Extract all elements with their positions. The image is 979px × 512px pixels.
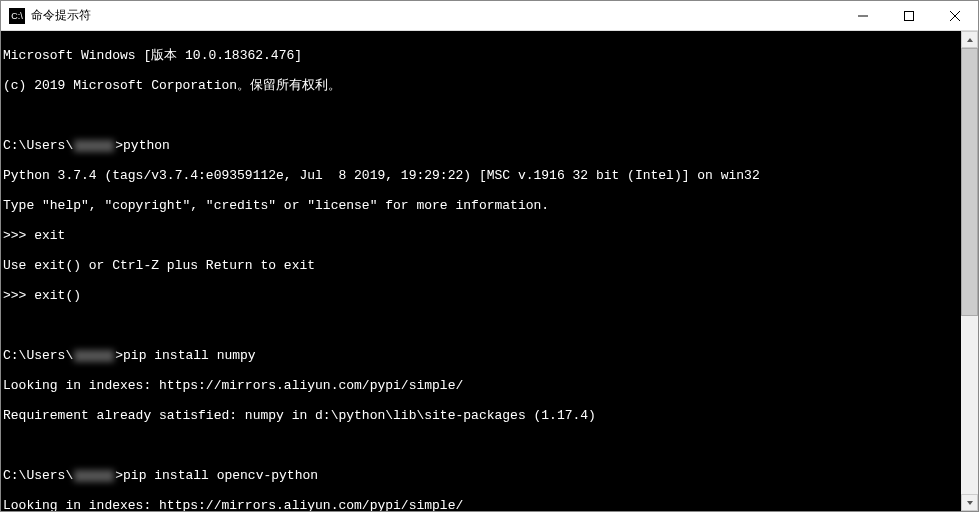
scrollbar[interactable] [961,31,978,511]
scrollbar-up-button[interactable] [961,31,978,48]
prompt-gt: > [115,138,123,153]
minimize-button[interactable] [840,1,886,30]
command-text: pip install opencv-python [123,468,318,483]
blurred-username [74,470,114,482]
close-button[interactable] [932,1,978,30]
cmd-icon: C:\ [9,8,25,24]
console-content[interactable]: Microsoft Windows [版本 10.0.18362.476] (c… [1,31,961,511]
console-line: Use exit() or Ctrl-Z plus Return to exit [3,258,959,273]
console-line: Python 3.7.4 (tags/v3.7.4:e09359112e, Ju… [3,168,959,183]
prompt-gt: > [115,468,123,483]
console-line: >>> exit() [3,288,959,303]
scrollbar-track[interactable] [961,48,978,494]
window-title: 命令提示符 [31,7,840,24]
console-line [3,438,959,453]
console-area[interactable]: Microsoft Windows [版本 10.0.18362.476] (c… [1,31,978,511]
console-line: C:\Users\>pip install opencv-python [3,468,959,483]
prompt-prefix: C:\Users\ [3,348,73,363]
console-line: Requirement already satisfied: numpy in … [3,408,959,423]
prompt-prefix: C:\Users\ [3,468,73,483]
window-controls [840,1,978,30]
command-text: python [123,138,170,153]
console-line: Looking in indexes: https://mirrors.aliy… [3,498,959,511]
svg-rect-1 [905,11,914,20]
console-line [3,108,959,123]
command-text: pip install numpy [123,348,256,363]
console-line: Type "help", "copyright", "credits" or "… [3,198,959,213]
console-line: Microsoft Windows [版本 10.0.18362.476] [3,48,959,63]
scrollbar-thumb[interactable] [961,48,978,316]
blurred-username [74,350,114,362]
console-line: C:\Users\>python [3,138,959,153]
console-line: (c) 2019 Microsoft Corporation。保留所有权利。 [3,78,959,93]
maximize-button[interactable] [886,1,932,30]
scrollbar-down-button[interactable] [961,494,978,511]
console-line: C:\Users\>pip install numpy [3,348,959,363]
console-line: >>> exit [3,228,959,243]
console-line [3,318,959,333]
blurred-username [74,140,114,152]
prompt-gt: > [115,348,123,363]
prompt-prefix: C:\Users\ [3,138,73,153]
titlebar[interactable]: C:\ 命令提示符 [1,1,978,31]
console-line: Looking in indexes: https://mirrors.aliy… [3,378,959,393]
